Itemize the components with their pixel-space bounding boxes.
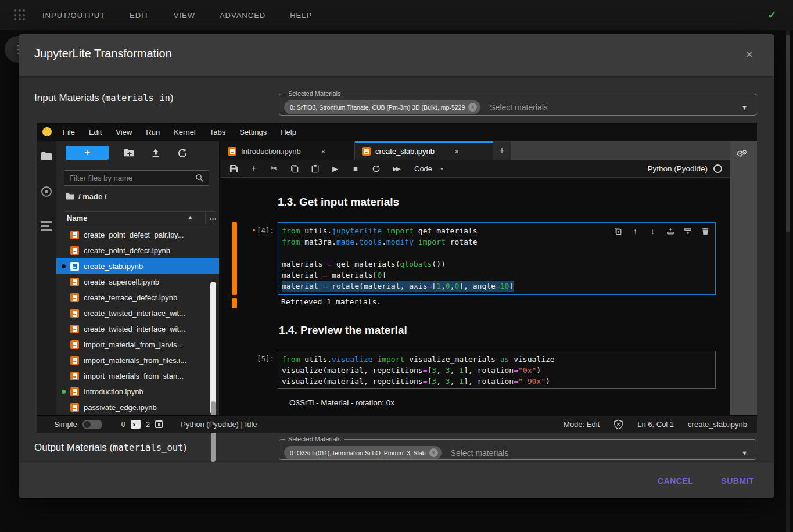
page-scrollbar[interactable] (786, 30, 790, 532)
run-cell-icon[interactable]: ▶ (331, 164, 340, 173)
cursor-position[interactable]: Ln 6, Col 1 (637, 420, 674, 429)
insert-cell-above-icon[interactable] (666, 227, 674, 235)
file-list-header[interactable]: Name ▲ … (64, 211, 216, 225)
jp-menu-settings[interactable]: Settings (239, 128, 267, 136)
jp-menu-view[interactable]: View (116, 128, 132, 136)
notebook-content[interactable]: 1.3. Get input materials •[4]: from util… (221, 178, 730, 415)
kernel-indicator[interactable]: Python (Pyodide) (647, 164, 722, 173)
running-sessions-icon[interactable] (41, 186, 52, 197)
submit-button[interactable]: SUBMIT (721, 476, 754, 486)
chevron-down-icon[interactable]: ▼ (741, 450, 748, 456)
delete-cell-icon[interactable] (701, 227, 709, 235)
select-materials-placeholder[interactable]: Select materials (490, 103, 548, 112)
file-row[interactable]: Introduction.ipynb (56, 384, 219, 400)
tab-create-slab[interactable]: create_slab.ipynb × (355, 141, 493, 160)
jp-menu-edit[interactable]: Edit (89, 128, 102, 136)
notebook-file-icon (70, 309, 79, 318)
new-launcher-button[interactable]: + (66, 146, 109, 160)
file-row[interactable]: create_point_defect.ipynb (56, 243, 219, 258)
cancel-button[interactable]: CANCEL (658, 476, 693, 486)
header-more-icon[interactable]: … (209, 213, 217, 221)
file-row[interactable]: passivate_edge.ipynb (56, 400, 219, 415)
file-list-scrollbar[interactable] (210, 282, 216, 415)
stop-kernel-icon[interactable]: ■ (351, 164, 360, 173)
input-materials-select[interactable]: Selected Materials 0: SrTiO3, Strontium … (279, 90, 756, 116)
terminal-icon[interactable]: $_ (131, 420, 141, 429)
jp-menu-file[interactable]: File (63, 128, 75, 136)
mode-indicator[interactable]: Mode: Edit (564, 420, 600, 429)
move-cell-up-icon[interactable]: ↑ (631, 227, 640, 235)
filter-files-input[interactable] (64, 174, 195, 182)
active-filename[interactable]: create_slab.ipynb (688, 420, 747, 429)
jp-menu-kernel[interactable]: Kernel (174, 128, 196, 136)
file-row[interactable]: create_twisted_interface_wit... (56, 321, 219, 337)
select-materials-placeholder[interactable]: Select materials (451, 448, 509, 458)
move-cell-down-icon[interactable]: ↓ (648, 227, 657, 235)
code-cell-active[interactable]: from utils.jupyterlite import get_materi… (278, 222, 716, 295)
file-row[interactable]: import_materials_from_stan... (56, 368, 219, 384)
simple-mode-toggle[interactable] (82, 420, 102, 429)
refresh-icon[interactable] (177, 148, 188, 158)
input-materials-label: Input Materials (materials_in) (34, 92, 174, 104)
app-grid-icon[interactable] (14, 9, 26, 21)
shield-x-icon[interactable] (613, 419, 623, 430)
cell-type-dropdown[interactable]: Code ▾ (414, 164, 443, 173)
tab-introduction[interactable]: Introduction.ipynb × (221, 141, 354, 160)
cell-input-prompt: •[4]: (231, 226, 274, 235)
close-tab-icon[interactable]: × (454, 146, 460, 156)
sort-ascending-icon[interactable]: ▲ (188, 214, 193, 220)
cut-cells-icon[interactable]: ✂ (270, 164, 279, 173)
new-folder-icon[interactable] (124, 148, 134, 158)
kernel-status-text[interactable]: Python (Pyodide) | Idle (181, 420, 257, 429)
dialog-header: JupyterLite Transformation × (19, 34, 774, 77)
output-material-chip[interactable]: 0: O3SrTi(011), termination SrTiO_Pmmm_3… (284, 446, 442, 459)
tab-bar: Introduction.ipynb × create_slab.ipynb ×… (221, 141, 730, 160)
save-icon[interactable] (229, 164, 238, 173)
new-tab-button[interactable]: + (493, 141, 511, 160)
chip-delete-icon[interactable]: × (468, 103, 477, 112)
close-tab-icon[interactable]: × (321, 146, 326, 156)
file-row-selected[interactable]: create_slab.ipynb (56, 258, 219, 274)
file-row[interactable]: create_terrace_defect.ipynb (56, 290, 219, 305)
table-of-contents-icon[interactable] (41, 221, 52, 233)
file-browser-icon[interactable] (41, 150, 52, 162)
menu-view[interactable]: VIEW (174, 11, 195, 20)
file-row[interactable]: create_point_defect_pair.ipy... (56, 227, 219, 243)
insert-cell-below-icon[interactable] (683, 227, 692, 235)
duplicate-cell-icon[interactable] (613, 227, 622, 235)
copy-cells-icon[interactable] (290, 164, 299, 173)
jp-menu-run[interactable]: Run (146, 128, 160, 136)
insert-cell-icon[interactable]: + (249, 164, 259, 173)
output-collapser[interactable] (232, 298, 237, 308)
breadcrumb[interactable]: / made / (66, 192, 106, 201)
jupyterlite-logo-icon[interactable] (42, 127, 52, 136)
restart-kernel-icon[interactable] (371, 164, 381, 173)
input-material-chip[interactable]: 0: SrTiO3, Strontium Titanate, CUB (Pm-3… (284, 100, 480, 114)
kernel-chip-icon[interactable] (155, 420, 163, 428)
menu-input-output[interactable]: INPUT/OUTPUT (42, 11, 105, 20)
app-menu: INPUT/OUTPUT EDIT VIEW ADVANCED HELP (42, 11, 312, 20)
paste-cells-icon[interactable] (310, 164, 320, 173)
restart-run-all-icon[interactable]: ▶▶ (392, 164, 401, 173)
output-materials-label: Output Materials (materials_out) (34, 442, 186, 454)
settings-gear-icon[interactable]: ⚙⚙ (736, 149, 747, 159)
upload-icon[interactable] (150, 148, 161, 158)
check-icon[interactable]: ✓ (767, 8, 777, 21)
notebook-panel: Introduction.ipynb × create_slab.ipynb ×… (221, 141, 730, 415)
file-browser-panel: + / made / Name ▲ (56, 141, 219, 415)
menu-edit[interactable]: EDIT (130, 11, 149, 20)
file-row[interactable]: create_twisted_interface_wit... (56, 305, 219, 321)
output-materials-select[interactable]: Selected Materials 0: O3SrTi(011), termi… (279, 436, 756, 460)
code-cell[interactable]: from utils.visualize import visualize_ma… (278, 351, 716, 389)
menu-advanced[interactable]: ADVANCED (220, 11, 265, 20)
file-row[interactable]: import_materials_from_files.i... (56, 353, 219, 368)
chevron-down-icon[interactable]: ▼ (741, 104, 748, 111)
jp-menu-help[interactable]: Help (281, 128, 296, 136)
close-icon[interactable]: × (745, 48, 753, 61)
file-row[interactable]: create_supercell.ipynb (56, 274, 219, 290)
file-row[interactable]: import_material_from_jarvis... (56, 337, 219, 353)
menu-help[interactable]: HELP (290, 11, 312, 20)
jp-menu-tabs[interactable]: Tabs (210, 128, 225, 136)
chip-delete-icon[interactable]: × (429, 448, 438, 457)
terminals-count: 0 (121, 420, 125, 429)
